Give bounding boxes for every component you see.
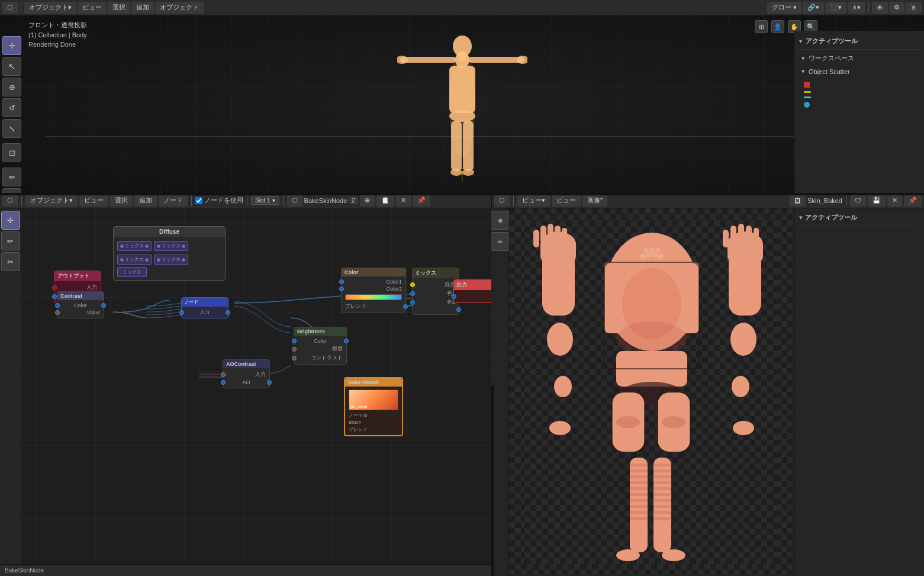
tool-rotate[interactable]: ↺ <box>2 98 21 117</box>
sub-node-3[interactable]: ミックス <box>117 255 152 265</box>
sub-node-5[interactable]: ミックス <box>117 267 147 277</box>
tool-scale[interactable]: ⤡ <box>2 119 21 138</box>
ne-add-btn[interactable]: ⊕ <box>360 195 375 207</box>
ie-menu-image[interactable]: 画像* <box>582 195 607 207</box>
node-diffuse[interactable]: Diffuse ミックス ミックス <box>113 226 226 281</box>
wedge-btn[interactable]: ∧▾ <box>848 2 865 14</box>
mouse-btn[interactable]: 🖱 <box>906 2 922 14</box>
svg-rect-40 <box>555 226 561 242</box>
dot-red <box>804 82 810 88</box>
svg-point-55 <box>616 416 640 428</box>
eye-btn[interactable]: 👁 <box>872 2 888 14</box>
ie-menu-view1[interactable]: ビュー▾ <box>517 195 550 207</box>
node-color[interactable]: Color Color1 Color2 ブレンド <box>341 268 406 313</box>
ne-close-btn[interactable]: ✕ <box>396 195 411 207</box>
node-brightness[interactable]: Brightness Color 輝度 コントラスト <box>294 327 347 365</box>
node-contrast-body: Color Value <box>57 300 104 318</box>
svg-point-82 <box>730 323 756 356</box>
menu-object[interactable]: オブジェクト▾ <box>24 2 76 14</box>
nl-select-tool[interactable]: ✛ <box>1 211 20 230</box>
node-bake-result[interactable]: Bake Result Sn_Jiwal ノーマル BSDF ブレンド <box>344 377 403 436</box>
sub-node-2[interactable]: ミックス <box>154 241 188 251</box>
ie-shield-btn[interactable]: 🛡 <box>850 195 866 207</box>
use-nodes-label[interactable]: ノードを使用 <box>195 196 243 205</box>
ie-image-icon[interactable]: 🖼 <box>790 195 806 207</box>
svg-point-86 <box>733 421 754 435</box>
tool-cursor[interactable]: ↖ <box>2 57 21 76</box>
ie-close-btn[interactable]: ✕ <box>887 195 902 207</box>
tool-annotate[interactable]: ✏ <box>2 168 21 186</box>
node-output-label: 出力 <box>456 281 467 289</box>
node-brightness-header: Brightness <box>294 327 346 336</box>
node-mix-group[interactable]: ミックス 混合 色1 色2 <box>412 268 459 315</box>
node-contrast[interactable]: Contrast Color Value <box>57 291 104 318</box>
blender-icon-btn[interactable]: ⬡ <box>2 2 18 14</box>
link-btn[interactable]: 🔗▾ <box>803 2 824 14</box>
grid-gizmo[interactable]: ⊞ <box>755 20 768 33</box>
svg-point-79 <box>616 549 640 561</box>
sub-node-4[interactable]: ミックス <box>154 255 188 265</box>
ie-icon[interactable]: ⬡ <box>494 195 510 207</box>
nl-tool2[interactable]: ✏ <box>1 231 20 250</box>
nl-tool3[interactable]: ✂ <box>1 252 20 271</box>
svg-point-10 <box>462 169 474 176</box>
node-canvas[interactable]: アウトプット 入力 ノーマル Contrast Color Value <box>21 208 491 564</box>
ie-active-tool-title: アクティブツール <box>805 213 857 222</box>
menu-add[interactable]: 追加 <box>131 2 154 14</box>
ne-menu-node[interactable]: ノード <box>159 195 188 207</box>
gear-icon-btn[interactable]: ⚙ <box>889 2 904 14</box>
ie-save-btn[interactable]: 💾 <box>868 195 886 207</box>
workspace-label: ワークスペース <box>809 54 854 63</box>
sub-node-1[interactable]: ミックス <box>117 241 152 251</box>
ne-menu-view[interactable]: ビュー <box>79 195 108 207</box>
bottom-h-divider <box>0 193 924 195</box>
ne-pin-btn[interactable]: 📌 <box>413 195 430 207</box>
svg-rect-63 <box>630 487 648 490</box>
node-ao-contrast[interactable]: AOContrast 入力 AO <box>223 359 270 388</box>
person-gizmo[interactable]: 👤 <box>771 20 784 33</box>
node-relay1[interactable]: ノード 入力 <box>181 297 228 318</box>
svg-rect-37 <box>533 230 539 247</box>
svg-point-80 <box>662 549 685 561</box>
ne-node-icon[interactable]: ⬡ <box>287 195 302 207</box>
node-editor[interactable]: ⬡ オブジェクト▾ ビュー 選択 追加 ノード ノードを使用 Slot 1▾ ⬡… <box>0 193 491 576</box>
tool-select[interactable]: ✛ <box>2 36 21 55</box>
ne-sep3 <box>247 195 247 206</box>
node-diffuse-header: Diffuse <box>114 227 225 237</box>
viewport-canvas[interactable]: ✛ ↖ ⊕ ↺ ⤡ ⊡ ✏ 📐 フロント・透視投影 (1) Collection… <box>0 15 924 193</box>
svg-point-91 <box>643 248 648 253</box>
square-btn[interactable]: ⬛▾ <box>825 2 846 14</box>
viewport-left-toolbar: ✛ ↖ ⊕ ↺ ⤡ ⊡ ✏ 📐 <box>2 36 21 193</box>
viewport-3d[interactable]: ✛ ↖ ⊕ ↺ ⤡ ⊡ ✏ 📐 フロント・透視投影 (1) Collection… <box>0 15 924 193</box>
svg-rect-38 <box>540 226 546 243</box>
tool-measure[interactable]: 📐 <box>2 188 21 193</box>
ie-tool-sample[interactable]: ⊕ <box>491 211 510 230</box>
menu-object2[interactable]: オブジェクト <box>155 2 204 14</box>
svg-rect-78 <box>653 517 671 520</box>
ne-menu-select[interactable]: 選択 <box>110 195 133 207</box>
skin-texture[interactable] <box>509 208 794 576</box>
svg-rect-66 <box>630 505 648 508</box>
ie-tool-paint[interactable]: ✏ <box>491 232 510 251</box>
tool-move[interactable]: ⊕ <box>2 78 21 96</box>
tool-transform[interactable]: ⊡ <box>2 143 21 162</box>
node-ao-header: AOContrast <box>223 360 269 368</box>
ie-menu-view2[interactable]: ビュー <box>552 195 581 207</box>
ie-pin-btn[interactable]: 📌 <box>904 195 922 207</box>
ne-menu-add[interactable]: 追加 <box>134 195 157 207</box>
menu-view[interactable]: ビュー <box>78 2 107 14</box>
slot-select[interactable]: Slot 1▾ <box>251 196 279 205</box>
ne-menu-object[interactable]: オブジェクト▾ <box>25 195 78 207</box>
glow-btn[interactable]: グロー ▾ <box>767 2 801 14</box>
use-nodes-checkbox[interactable] <box>195 197 202 204</box>
ne-sep2 <box>191 195 192 206</box>
image-editor[interactable]: ⬡ ビュー▾ ビュー 画像* 🖼 Skin_Baked 🛡 💾 ✕ 📌 ⊕ ✏ … <box>491 193 924 576</box>
ne-icon[interactable]: ⬡ <box>2 195 18 207</box>
object-scatter-item[interactable]: ▾ Object Scatter <box>799 66 919 77</box>
dot-blue <box>804 102 810 108</box>
workspace-item[interactable]: ▾ ワークスペース <box>799 52 919 65</box>
svg-rect-41 <box>562 228 567 242</box>
node-output[interactable]: 出力 色 <box>453 279 491 303</box>
menu-select[interactable]: 選択 <box>108 2 130 14</box>
ne-copy-btn[interactable]: 📋 <box>376 195 394 207</box>
